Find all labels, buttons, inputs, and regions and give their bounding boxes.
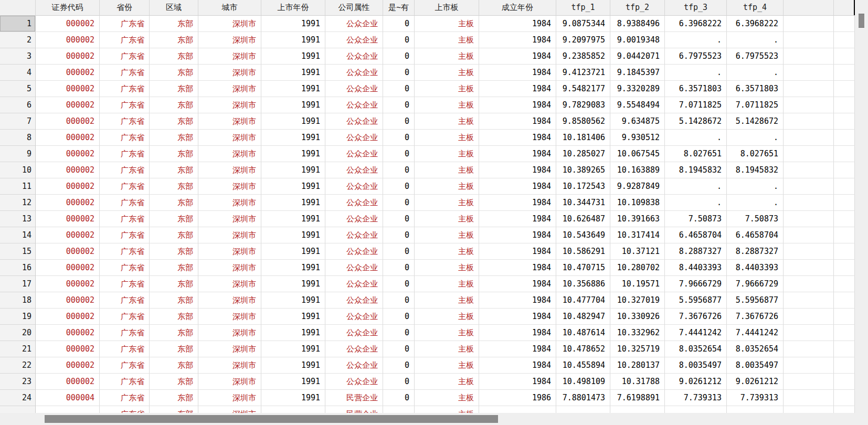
cell-listing_board[interactable]: 主板 [415, 341, 479, 357]
cell-tfp_4[interactable]: 7.739313 [727, 390, 784, 406]
column-header-province[interactable]: 省份 [100, 0, 150, 16]
cell-empty2[interactable] [834, 146, 855, 162]
row-number[interactable]: 7 [0, 113, 36, 130]
cell-tfp_3[interactable]: 7.50873 [665, 211, 727, 227]
cell-empty2[interactable] [834, 276, 855, 292]
cell-code[interactable]: 000002 [36, 178, 100, 195]
cell-city[interactable]: 深圳市 [198, 341, 261, 357]
cell-tfp_1[interactable]: 9.2097975 [556, 32, 610, 48]
row-number[interactable]: 14 [0, 227, 36, 243]
cell-company_attr[interactable]: 公众企业 [325, 48, 383, 65]
cell-empty1[interactable] [784, 178, 834, 195]
cell-company_attr[interactable]: 公众企业 [325, 178, 383, 195]
cell-empty1[interactable] [784, 309, 834, 325]
vertical-scrollbar-thumb[interactable] [859, 14, 864, 28]
cell-tfp_2[interactable]: 9.1845397 [610, 65, 665, 81]
cell-sy[interactable]: 0 [383, 292, 415, 309]
cell-tfp_4[interactable]: 8.0352654 [727, 341, 784, 357]
cell-listing_board[interactable]: 主板 [415, 357, 479, 374]
cell-founding_year[interactable]: 1984 [479, 65, 556, 81]
cell-tfp_3[interactable]: 7.739313 [665, 390, 727, 406]
cell-city[interactable]: 深圳市 [198, 309, 261, 325]
cell-listing_board[interactable]: 主板 [415, 130, 479, 146]
cell-tfp_4[interactable]: 6.3571803 [727, 81, 784, 97]
cell-company_attr[interactable]: 公众企业 [325, 276, 383, 292]
cell-empty2[interactable] [834, 390, 855, 406]
cell-company_attr[interactable]: 公众企业 [325, 146, 383, 162]
cell-founding_year[interactable]: 1984 [479, 146, 556, 162]
cell-listing_board[interactable]: 主板 [415, 309, 479, 325]
cell-founding_year[interactable]: 1984 [479, 113, 556, 130]
cell-sy[interactable]: 0 [383, 130, 415, 146]
cell-code[interactable]: 000002 [36, 65, 100, 81]
cell-founding_year[interactable]: 1984 [479, 325, 556, 341]
cell-company_attr[interactable]: 公众企业 [325, 374, 383, 390]
cell-listing_board[interactable]: 主板 [415, 227, 479, 243]
cell-tfp_3[interactable]: 6.3968222 [665, 16, 727, 32]
cell-listing_year[interactable]: 1991 [261, 146, 325, 162]
cell-listing_year[interactable]: 1991 [261, 276, 325, 292]
cell-listing_board[interactable]: 主板 [415, 276, 479, 292]
cell-province[interactable]: 广东省 [100, 309, 150, 325]
cell-code[interactable]: 000002 [36, 195, 100, 211]
cell-founding_year[interactable]: 1984 [479, 276, 556, 292]
cell-empty2[interactable] [834, 243, 855, 260]
cell-city[interactable]: 深圳市 [198, 16, 261, 32]
cell-sy[interactable]: 0 [383, 16, 415, 32]
cell-listing_board[interactable]: 主板 [415, 81, 479, 97]
cell-empty1[interactable] [784, 374, 834, 390]
cell-founding_year[interactable]: 1984 [479, 341, 556, 357]
row-number[interactable]: 18 [0, 292, 36, 309]
cell-founding_year[interactable]: 1984 [479, 32, 556, 48]
cell-tfp_4[interactable]: 6.4658704 [727, 227, 784, 243]
cell-tfp_2[interactable]: 8.9388496 [610, 16, 665, 32]
cell-tfp_4[interactable]: . [727, 130, 784, 146]
cell-province[interactable]: 广东省 [100, 16, 150, 32]
cell-city[interactable]: 深圳市 [198, 130, 261, 146]
cell-tfp_1[interactable]: 10.543649 [556, 227, 610, 243]
cell-region[interactable]: 东部 [150, 357, 198, 374]
cell-tfp_2[interactable]: 10.109838 [610, 195, 665, 211]
cell-city[interactable]: 深圳市 [198, 178, 261, 195]
cell-founding_year[interactable]: 1984 [479, 81, 556, 97]
row-number[interactable]: 16 [0, 260, 36, 276]
cell-empty2[interactable] [834, 211, 855, 227]
cell-code[interactable]: 000002 [36, 211, 100, 227]
cell-province[interactable]: 广东省 [100, 32, 150, 48]
cell-listing_year[interactable]: 1991 [261, 374, 325, 390]
cell-tfp_2[interactable]: 9.9287849 [610, 178, 665, 195]
cell-listing_board[interactable]: 主板 [415, 195, 479, 211]
cell-empty2[interactable] [834, 406, 855, 413]
cell-sy[interactable]: 0 [383, 276, 415, 292]
cell-listing_board[interactable]: 主板 [415, 178, 479, 195]
column-header-sy[interactable]: 是~有 [383, 0, 415, 16]
row-number[interactable]: 11 [0, 178, 36, 195]
cell-tfp_1[interactable]: 10.389265 [556, 162, 610, 178]
cell-tfp_1[interactable]: 10.498109 [556, 374, 610, 390]
cell-region[interactable]: 东部 [150, 130, 198, 146]
cell-empty2[interactable] [834, 162, 855, 178]
cell-city[interactable]: 深圳市 [198, 81, 261, 97]
cell-region[interactable]: 东部 [150, 113, 198, 130]
cell-tfp_4[interactable]: 7.9666729 [727, 276, 784, 292]
cell-region[interactable]: 东部 [150, 48, 198, 65]
cell-company_attr[interactable]: 公众企业 [325, 357, 383, 374]
cell-province[interactable]: 广东省 [100, 276, 150, 292]
cell-listing_year[interactable]: 1991 [261, 97, 325, 113]
cell-empty1[interactable] [784, 146, 834, 162]
cell-empty2[interactable] [834, 309, 855, 325]
cell-city[interactable]: 深圳市 [198, 113, 261, 130]
cell-tfp_4[interactable] [727, 406, 784, 413]
cell-company_attr[interactable]: 公众企业 [325, 16, 383, 32]
cell-listing_board[interactable]: 主板 [415, 243, 479, 260]
cell-empty1[interactable] [784, 81, 834, 97]
cell-code[interactable]: 000002 [36, 81, 100, 97]
cell-tfp_3[interactable]: . [665, 32, 727, 48]
cell-province[interactable]: 广东省 [100, 357, 150, 374]
cell-empty1[interactable] [784, 195, 834, 211]
cell-tfp_4[interactable]: 6.7975523 [727, 48, 784, 65]
cell-listing_year[interactable]: 1991 [261, 195, 325, 211]
cell-tfp_4[interactable]: 8.4403393 [727, 260, 784, 276]
cell-province[interactable]: 广东省 [100, 130, 150, 146]
cell-sy[interactable]: 0 [383, 390, 415, 406]
